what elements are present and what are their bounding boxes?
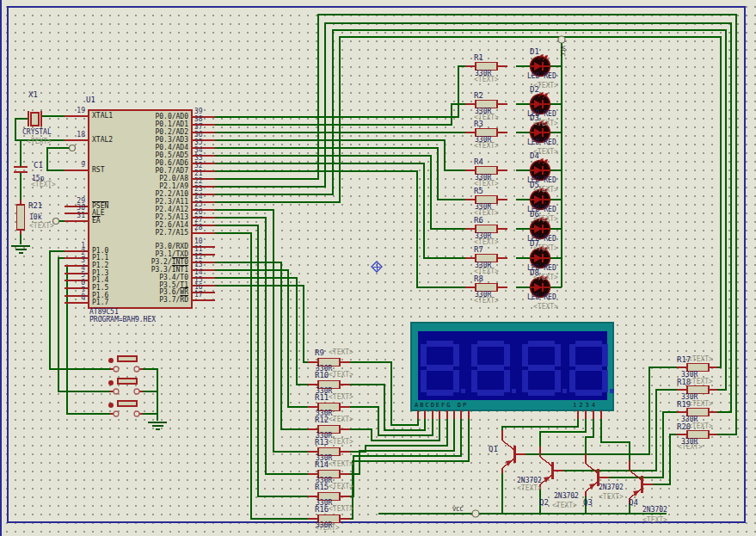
resistor-R10[interactable] bbox=[308, 381, 350, 389]
shape bbox=[118, 379, 137, 384]
resistor-R20[interactable] bbox=[677, 431, 717, 439]
digit-segment bbox=[453, 370, 459, 392]
shape bbox=[687, 364, 709, 372]
shape bbox=[118, 356, 137, 361]
digit-segment bbox=[555, 344, 561, 367]
decimal-point bbox=[610, 389, 614, 393]
shape bbox=[318, 404, 340, 411]
shape bbox=[476, 63, 497, 71]
digit-segment bbox=[528, 365, 555, 371]
digit-segment bbox=[575, 390, 602, 396]
resistor-R17[interactable] bbox=[677, 364, 717, 372]
wire bbox=[215, 218, 308, 474]
led-D8[interactable] bbox=[531, 275, 550, 298]
push-button-1[interactable] bbox=[108, 356, 143, 372]
shape bbox=[558, 36, 565, 43]
transistor-Q4[interactable] bbox=[630, 460, 653, 503]
shape bbox=[472, 510, 479, 517]
shape bbox=[53, 219, 59, 225]
digit-segment bbox=[427, 365, 453, 371]
decimal-point bbox=[512, 389, 516, 393]
shape bbox=[476, 101, 497, 108]
led-D3[interactable] bbox=[531, 120, 550, 143]
crystal-X1[interactable] bbox=[28, 111, 41, 126]
digit-segment bbox=[522, 370, 528, 392]
schematic-drawing bbox=[0, 0, 756, 536]
digit-segment bbox=[477, 365, 504, 371]
shape bbox=[114, 367, 119, 372]
origin-marker bbox=[372, 262, 382, 272]
shape bbox=[108, 380, 114, 385]
resistor-R11[interactable] bbox=[308, 404, 350, 411]
wire-segment bbox=[540, 457, 551, 465]
resistor-R14[interactable] bbox=[308, 471, 350, 478]
led-D2[interactable] bbox=[531, 92, 550, 114]
shape bbox=[687, 386, 709, 394]
shape bbox=[114, 389, 119, 394]
resistor-R8[interactable] bbox=[465, 284, 507, 292]
resistor-R12[interactable] bbox=[308, 426, 350, 434]
digit-segment bbox=[555, 370, 561, 392]
terminal[interactable] bbox=[70, 145, 76, 151]
terminal[interactable] bbox=[558, 36, 565, 43]
push-button-2[interactable] bbox=[108, 379, 143, 394]
digit-segment bbox=[602, 370, 608, 392]
wire bbox=[215, 278, 308, 385]
resistor-R4[interactable] bbox=[465, 167, 507, 175]
wire bbox=[215, 210, 308, 452]
seven-segment-display[interactable] bbox=[411, 323, 614, 419]
digit-segment bbox=[602, 344, 608, 367]
shape bbox=[318, 515, 340, 523]
wire bbox=[350, 419, 469, 519]
push-button-3[interactable] bbox=[108, 401, 143, 416]
resistor-R13[interactable] bbox=[308, 448, 350, 456]
resistor-R15[interactable] bbox=[308, 493, 350, 501]
resistor-R7[interactable] bbox=[465, 255, 507, 262]
led-D7[interactable] bbox=[531, 246, 550, 268]
wire-segment bbox=[502, 441, 513, 449]
shape bbox=[318, 381, 340, 389]
resistor-R16[interactable] bbox=[308, 515, 350, 523]
transistor-Q3[interactable] bbox=[586, 453, 609, 496]
shape bbox=[687, 431, 709, 439]
digit-segment bbox=[504, 344, 510, 367]
resistor-R6[interactable] bbox=[465, 225, 507, 233]
shape bbox=[318, 359, 340, 367]
resistor-R21[interactable] bbox=[17, 200, 25, 234]
decimal-point bbox=[562, 389, 567, 393]
terminal[interactable] bbox=[53, 219, 59, 225]
led-D1[interactable] bbox=[531, 54, 550, 77]
digit-segment bbox=[471, 344, 477, 367]
ground-symbol bbox=[11, 246, 30, 253]
resistor-R1[interactable] bbox=[465, 63, 507, 71]
resistor-R18[interactable] bbox=[677, 386, 717, 394]
resistor-R9[interactable] bbox=[308, 359, 350, 367]
led-D6[interactable] bbox=[531, 217, 550, 239]
led-D4[interactable] bbox=[531, 158, 550, 181]
resistor-R3[interactable] bbox=[465, 129, 507, 137]
wire bbox=[215, 37, 721, 367]
shape bbox=[70, 145, 76, 151]
resistor-R2[interactable] bbox=[465, 101, 507, 108]
resistor-R5[interactable] bbox=[465, 196, 507, 204]
transistor-Q2[interactable] bbox=[540, 447, 563, 490]
wire bbox=[47, 148, 69, 170]
wire bbox=[215, 225, 308, 496]
shape bbox=[108, 358, 114, 363]
mcu-AT89C51[interactable] bbox=[65, 110, 215, 308]
wire bbox=[609, 412, 677, 477]
led-D5[interactable] bbox=[531, 188, 550, 210]
digit-segment bbox=[427, 341, 453, 347]
digit-segment bbox=[421, 370, 427, 392]
wire bbox=[15, 119, 65, 140]
shape bbox=[318, 448, 340, 456]
shape bbox=[134, 411, 139, 416]
shape bbox=[134, 367, 139, 372]
resistor-R19[interactable] bbox=[677, 409, 717, 416]
digit-segment bbox=[569, 370, 575, 392]
shape bbox=[476, 196, 497, 204]
shape bbox=[114, 411, 119, 416]
terminal[interactable] bbox=[472, 510, 479, 517]
transistor-Q1[interactable] bbox=[502, 430, 526, 473]
capacitor-C1[interactable] bbox=[14, 167, 28, 172]
